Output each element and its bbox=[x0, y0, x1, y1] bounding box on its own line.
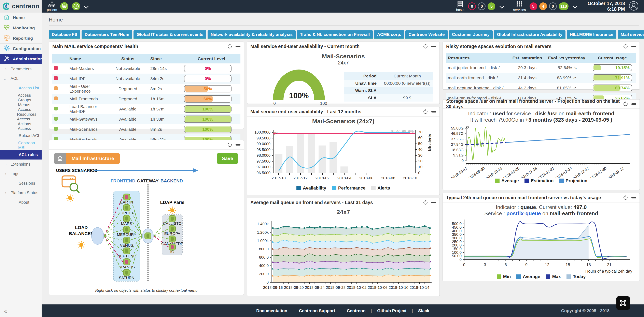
minimize-icon[interactable] bbox=[431, 202, 436, 203]
table-row: Mail - User ExperienceDegraded8m 2s50% bbox=[52, 84, 240, 94]
minimize-icon[interactable] bbox=[236, 144, 240, 146]
footer-link-slack[interactable]: Slack bbox=[418, 308, 429, 313]
minimize-icon[interactable] bbox=[431, 111, 436, 112]
fullscreen-button[interactable] bbox=[616, 296, 630, 310]
services-badges: 540118 bbox=[530, 2, 568, 10]
tab-trafic-nb-connection-on-firewall[interactable]: Trafic & Nb connection on Firewall bbox=[297, 30, 373, 39]
footer-link-centreon[interactable]: Centreon bbox=[347, 308, 366, 313]
svg-text:2017-12: 2017-12 bbox=[294, 176, 308, 180]
svg-text:15: 15 bbox=[566, 263, 570, 267]
refresh-icon[interactable] bbox=[423, 200, 428, 205]
latency-status-icon[interactable] bbox=[72, 2, 80, 11]
minimize-icon[interactable] bbox=[632, 197, 636, 198]
footer-link-github-project[interactable]: Github Project bbox=[377, 308, 406, 313]
footer-link-centreon-support[interactable]: Centreon Support bbox=[299, 308, 335, 313]
sidebar-subitem-about[interactable]: About bbox=[0, 198, 42, 207]
tab-datacenters-tem-hum[interactable]: Datacenters Tem/Hum bbox=[82, 30, 132, 39]
sidebar-subitem-access-list[interactable]: Access List bbox=[0, 83, 42, 93]
sidebar-subitem-resources-access[interactable]: Resources Access bbox=[0, 112, 42, 121]
sidebar-subitem-reload-acl[interactable]: Reload ACL bbox=[0, 131, 42, 140]
hosts-icon[interactable]: hosts bbox=[456, 1, 464, 12]
database-status-icon[interactable] bbox=[60, 2, 69, 11]
sidebar-subitem-actions-access[interactable]: Actions Access bbox=[0, 121, 42, 131]
svg-text:2018-12-04: 2018-12-04 bbox=[555, 166, 572, 178]
sidebar-item-home[interactable]: Home bbox=[0, 12, 42, 23]
legend-item: Today bbox=[566, 274, 586, 279]
tab-centreon-website[interactable]: Centreon Website bbox=[406, 30, 448, 39]
hosts-badges: 005 bbox=[468, 2, 495, 10]
minimize-icon[interactable] bbox=[236, 46, 240, 47]
centreon-app: centreon pollers hosts 005 bbox=[0, 0, 644, 317]
tab-mail-service-analysis[interactable]: Mail service analysis bbox=[618, 30, 644, 39]
component-since: 28m 14s bbox=[149, 63, 182, 74]
sidebar-subitem-parameters[interactable]: ›Parameters bbox=[0, 64, 42, 74]
refresh-icon[interactable] bbox=[623, 44, 628, 49]
hosts-chevron-icon[interactable] bbox=[500, 4, 504, 9]
services-icon[interactable]: services bbox=[513, 1, 526, 12]
services-chevron-icon[interactable] bbox=[573, 4, 578, 9]
breadcrumb[interactable]: Home bbox=[49, 17, 63, 23]
sidebar-item-administration[interactable]: Administration bbox=[0, 54, 42, 64]
sidebar-subitem-acl-rules[interactable]: ACL rules bbox=[0, 150, 42, 160]
tab-global-it-status-current-events[interactable]: Global IT status & current events bbox=[134, 30, 206, 39]
user-avatar[interactable] bbox=[628, 1, 639, 12]
svg-text:0: 0 bbox=[463, 263, 465, 267]
refresh-icon[interactable] bbox=[623, 195, 628, 200]
sidebar-item-reporting[interactable]: Reporting bbox=[0, 33, 42, 43]
sidebar-subitem-platform-status[interactable]: ›Platform Status bbox=[0, 188, 42, 198]
sidebar-subitem-acl[interactable]: ⌄ACL bbox=[0, 74, 42, 83]
sidebar-item-monitoring[interactable]: Monitoring bbox=[0, 23, 42, 33]
chart-legend: AverageEstimationProjection bbox=[443, 178, 640, 183]
sidebar-subitem-access-groups[interactable]: Access Groups bbox=[0, 93, 42, 102]
svg-text:9: 9 bbox=[525, 263, 527, 267]
infrastructure-diagram[interactable]: USERS SCENARIOSFRONTENDGATEWAYBACKENDLDA… bbox=[50, 150, 243, 292]
pollers-label: pollers bbox=[47, 8, 57, 12]
gauge-subtitle: 24x7 bbox=[247, 60, 440, 66]
sidebar-subitem-logs[interactable]: ›Logs bbox=[0, 169, 42, 179]
legend-item: Average bbox=[495, 178, 519, 183]
svg-text:USERS SCENARIOS: USERS SCENARIOS bbox=[56, 168, 97, 173]
panel-actions bbox=[423, 200, 436, 205]
host-status-badge[interactable]: 0 bbox=[478, 2, 486, 10]
tab-network-availability-reliability-analysis[interactable]: Network availability & reliability analy… bbox=[208, 30, 296, 39]
service-status-badge[interactable]: 4 bbox=[539, 2, 547, 10]
tab-global-infrastructure-availability[interactable]: Global Infrastructure Availability bbox=[494, 30, 566, 39]
panel-infrastructure: Mail Infrastructure Save USERS SCENARIOS… bbox=[49, 140, 244, 295]
service-status-badge[interactable]: 0 bbox=[549, 2, 557, 10]
minimize-icon[interactable] bbox=[431, 46, 436, 47]
refresh-icon[interactable] bbox=[423, 44, 428, 49]
sidebar-subitem-menus-access[interactable]: Menus Access bbox=[0, 102, 42, 112]
refresh-icon[interactable] bbox=[423, 109, 428, 114]
footer-link-documentation[interactable]: Documentation bbox=[256, 308, 287, 313]
host-status-badge[interactable]: 0 bbox=[468, 2, 476, 10]
refresh-icon[interactable] bbox=[623, 101, 628, 107]
legend-item: Max bbox=[546, 274, 561, 279]
trend-down-icon: ↘ bbox=[574, 65, 577, 70]
service-status-badge[interactable]: 118 bbox=[559, 2, 568, 10]
svg-text:400.0: 400.0 bbox=[259, 264, 269, 268]
service-status-badge[interactable]: 5 bbox=[530, 2, 537, 10]
sidebar-subitem-centreon-mbi[interactable]: Centreon MBI bbox=[0, 140, 42, 150]
sidebar-item-configuration[interactable]: Configuration bbox=[0, 43, 42, 54]
host-status-badge[interactable]: 5 bbox=[488, 2, 495, 10]
tab-database-fs[interactable]: Database FS bbox=[49, 30, 80, 39]
refresh-icon[interactable] bbox=[227, 44, 232, 49]
svg-text:1.000k: 1.000k bbox=[257, 239, 269, 243]
footer-links: Documentation|Centreon Support|Centreon|… bbox=[42, 305, 644, 317]
tab-hillmore-insurance[interactable]: HILLMORE Insurance bbox=[567, 30, 616, 39]
minimize-icon[interactable] bbox=[632, 103, 636, 105]
sidebar-subitem-extensions[interactable]: ›Extensions bbox=[0, 160, 42, 169]
chart-title: 24x7 bbox=[247, 209, 440, 215]
sidebar-collapse-toggle[interactable]: « bbox=[4, 308, 7, 315]
svg-text:URANUS: URANUS bbox=[118, 265, 135, 269]
svg-text:%: % bbox=[274, 132, 278, 135]
tab-acme-corp-[interactable]: ACME corp. bbox=[374, 30, 404, 39]
refresh-icon[interactable] bbox=[227, 142, 232, 147]
centreon-logo[interactable]: centreon bbox=[0, 0, 42, 12]
tab-customer-journey[interactable]: Customer Journey bbox=[449, 30, 493, 39]
sidebar-subitem-sessions[interactable]: Sessions bbox=[0, 179, 42, 188]
minimize-icon[interactable] bbox=[632, 46, 636, 47]
pollers-icon[interactable]: pollers bbox=[47, 1, 57, 12]
pollers-chevron-icon[interactable] bbox=[84, 4, 89, 9]
table-row: Mail-FrontendsDegraded1h 16m60% bbox=[52, 94, 240, 104]
